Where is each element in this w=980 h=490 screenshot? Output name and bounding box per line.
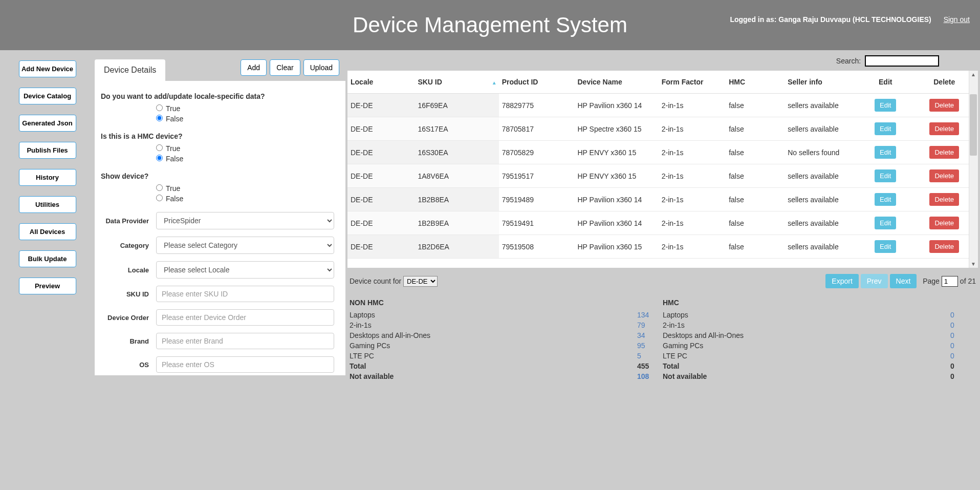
cell-seller: sellers available (785, 235, 860, 259)
right-panel: Search: Locale SKU ID▲ Product ID Device… (345, 50, 980, 386)
sidebar-history[interactable]: History (19, 169, 76, 186)
table-scrollbar[interactable]: ▲ ▼ (969, 71, 978, 268)
col-sku-id[interactable]: SKU ID▲ (415, 71, 498, 94)
delete-button[interactable]: Delete (929, 240, 959, 253)
count-val[interactable]: 34 (637, 331, 663, 339)
edit-button[interactable]: Edit (875, 99, 896, 112)
count-val[interactable]: 95 (637, 342, 663, 350)
input-device-order[interactable] (156, 309, 334, 326)
delete-button[interactable]: Delete (929, 122, 959, 135)
label-device-order: Device Order (101, 314, 156, 322)
table-row: DE-DE16S30EA78705829HP ENVY x360 152-in-… (347, 141, 978, 164)
tab-device-details[interactable]: Device Details (95, 59, 165, 81)
cell-hmc: false (726, 235, 785, 259)
cell-seller: sellers available (785, 117, 860, 141)
prev-button[interactable]: Prev (861, 274, 888, 288)
col-hmc[interactable]: HMC (726, 71, 785, 94)
hmc-title: HMC (663, 299, 976, 307)
count-val[interactable]: 0 (950, 321, 976, 329)
select-category[interactable]: Please select Category (156, 237, 334, 254)
sidebar-utilities[interactable]: Utilities (19, 196, 76, 213)
sidebar-preview[interactable]: Preview (19, 278, 76, 294)
input-sku-id[interactable] (156, 286, 334, 302)
col-seller-info[interactable]: Seller info (785, 71, 860, 94)
sidebar-all-devices[interactable]: All Devices (19, 223, 76, 240)
cell-seller: sellers available (785, 211, 860, 235)
input-brand[interactable] (156, 333, 334, 349)
edit-button[interactable]: Edit (875, 240, 896, 253)
count-val[interactable]: 0 (950, 352, 976, 360)
delete-button[interactable]: Delete (929, 99, 959, 112)
page-of-label: of 21 (960, 277, 976, 285)
user-info: Logged in as: Ganga Raju Duvvapu (HCL TE… (730, 15, 970, 24)
edit-button[interactable]: Edit (875, 193, 896, 206)
cell-ff: 2-in-1s (659, 117, 726, 141)
count-val[interactable]: 5 (637, 352, 663, 360)
sidebar-publish-files[interactable]: Publish Files (19, 142, 76, 159)
cell-pid: 78705829 (499, 141, 575, 164)
count-val[interactable]: 0 (950, 311, 976, 319)
radio-locale-false[interactable]: False (156, 115, 334, 123)
delete-button[interactable]: Delete (929, 193, 959, 206)
radio-show-false[interactable]: False (156, 195, 334, 203)
col-device-name[interactable]: Device Name (575, 71, 659, 94)
page-input[interactable] (942, 276, 958, 287)
cell-hmc: false (726, 141, 785, 164)
count-key: LTE PC (663, 352, 950, 360)
radio-show-true[interactable]: True (156, 184, 334, 193)
delete-button[interactable]: Delete (929, 169, 959, 182)
radio-hmc-true[interactable]: True (156, 144, 334, 153)
cell-pid: 79519489 (499, 188, 575, 211)
select-locale[interactable]: Please select Locale (156, 261, 334, 279)
delete-button[interactable]: Delete (929, 146, 959, 159)
cell-locale: DE-DE (347, 235, 415, 259)
cell-locale: DE-DE (347, 94, 415, 117)
col-product-id[interactable]: Product ID (499, 71, 575, 94)
sign-out-link[interactable]: Sign out (944, 15, 970, 24)
cell-seller: sellers available (785, 94, 860, 117)
count-key: Gaming PCs (663, 342, 950, 350)
sidebar-add-new-device[interactable]: Add New Device (19, 60, 76, 77)
edit-button[interactable]: Edit (875, 146, 896, 159)
nonhmc-title: NON HMC (350, 299, 663, 307)
next-button[interactable]: Next (890, 274, 917, 288)
search-input[interactable] (865, 55, 939, 67)
sidebar-device-catalog[interactable]: Device Catalog (19, 88, 76, 104)
cell-hmc: false (726, 211, 785, 235)
add-button[interactable]: Add (241, 59, 267, 76)
upload-button[interactable]: Upload (303, 59, 339, 76)
cell-name: HP ENVY x360 15 (575, 141, 659, 164)
device-count-label: Device count for (350, 277, 401, 285)
col-locale[interactable]: Locale (347, 71, 415, 94)
cell-sku: 16S17EA (415, 117, 498, 141)
sidebar-bulk-update[interactable]: Bulk Update (19, 250, 76, 267)
cell-pid: 79519491 (499, 211, 575, 235)
scroll-thumb[interactable] (970, 94, 977, 156)
scroll-up-icon[interactable]: ▲ (971, 72, 976, 77)
col-form-factor[interactable]: Form Factor (659, 71, 726, 94)
device-counts: NON HMC Laptops1342-in-1s79Desktops and … (345, 294, 980, 386)
delete-button[interactable]: Delete (929, 217, 959, 229)
radio-locale-true[interactable]: True (156, 104, 334, 113)
radio-hmc-false[interactable]: False (156, 155, 334, 163)
export-button[interactable]: Export (825, 274, 858, 288)
edit-button[interactable]: Edit (875, 217, 896, 229)
device-count-locale-select[interactable]: DE-DE (403, 276, 438, 287)
cell-sku: 1A8V6EA (415, 164, 498, 188)
edit-button[interactable]: Edit (875, 122, 896, 135)
label-os: OS (101, 361, 156, 369)
table-row: DE-DE16F69EA78829775HP Pavilion x360 142… (347, 94, 978, 117)
count-val[interactable]: 0 (950, 331, 976, 339)
count-val[interactable]: 134 (637, 311, 663, 319)
col-edit: Edit (860, 71, 911, 94)
count-val[interactable]: 0 (950, 342, 976, 350)
clear-button[interactable]: Clear (270, 59, 300, 76)
select-data-provider[interactable]: PriceSpider (156, 212, 334, 229)
scroll-down-icon[interactable]: ▼ (971, 261, 976, 267)
cell-sku: 1B2B9EA (415, 211, 498, 235)
sidebar-generated-json[interactable]: Generated Json (19, 115, 76, 132)
cell-ff: 2-in-1s (659, 141, 726, 164)
input-os[interactable] (156, 356, 334, 373)
count-val[interactable]: 79 (637, 321, 663, 329)
edit-button[interactable]: Edit (875, 169, 896, 182)
